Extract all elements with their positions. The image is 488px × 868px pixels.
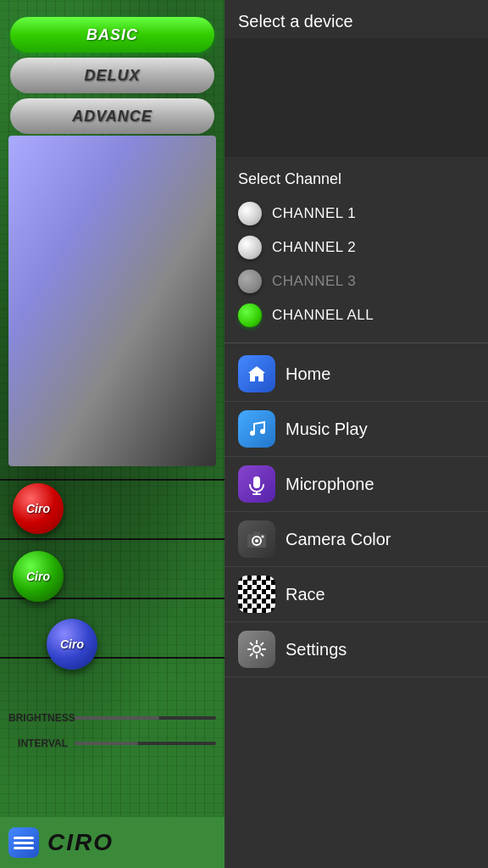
menu-item-microphone[interactable]: Microphone <box>225 457 488 512</box>
menu-item-camera-color[interactable]: Camera Color <box>225 512 488 567</box>
basic-button[interactable]: BASIC <box>10 17 214 53</box>
channel-3-item[interactable]: CHANNEL 3 <box>238 264 474 298</box>
svg-point-10 <box>253 646 260 653</box>
ball-red-label: Ciro <box>26 502 50 515</box>
camera-icon <box>238 520 275 558</box>
channel-all-label: CHANNEL ALL <box>272 307 374 324</box>
menu-list: Home Music Play <box>225 347 488 868</box>
color-picker[interactable] <box>8 136 216 466</box>
channel-1-radio[interactable] <box>238 202 262 225</box>
brightness-label: BRIGHTNESS <box>8 712 68 724</box>
channel-all-item[interactable]: CHANNEL ALL <box>238 298 474 332</box>
channel-3-label: CHANNEL 3 <box>272 273 356 290</box>
menu-label-microphone: Microphone <box>286 475 374 494</box>
channel-2-label: CHANNEL 2 <box>272 239 356 256</box>
music-icon <box>238 410 275 448</box>
ball-green[interactable]: Ciro <box>13 551 64 602</box>
menu-label-music-play: Music Play <box>286 420 368 439</box>
svg-point-7 <box>255 539 258 542</box>
right-panel: Select a device Select Channel CHANNEL 1… <box>225 0 488 868</box>
race-icon <box>238 576 275 613</box>
brightness-slider-fill <box>75 716 159 720</box>
channel-2-item[interactable]: CHANNEL 2 <box>238 231 474 264</box>
menu-label-settings: Settings <box>286 640 347 659</box>
menu-label-home: Home <box>286 364 330 384</box>
h-divider-1 <box>0 479 225 481</box>
svg-point-0 <box>250 431 255 436</box>
svg-rect-2 <box>253 476 260 488</box>
ball-blue-label: Ciro <box>60 637 84 651</box>
select-channel-section: Select Channel CHANNEL 1 CHANNEL 2 CHANN… <box>225 160 488 339</box>
svg-point-1 <box>260 429 265 434</box>
bottom-bar: CIRO <box>0 817 225 868</box>
menu-divider <box>225 342 488 343</box>
sliders-section: BRIGHTNESS INTERVAL <box>8 712 216 763</box>
channel-all-radio[interactable] <box>238 303 262 327</box>
menu-label-camera-color: Camera Color <box>286 530 391 549</box>
menu-item-music-play[interactable]: Music Play <box>225 402 488 457</box>
menu-item-settings[interactable]: Settings <box>225 622 488 677</box>
ciro-logo: CIRO <box>47 829 114 856</box>
advanced-button[interactable]: ADVANCE <box>10 98 214 134</box>
settings-icon <box>238 631 275 668</box>
list-line-2 <box>14 842 34 844</box>
ball-green-label: Ciro <box>26 570 50 583</box>
menu-item-home[interactable]: Home <box>225 347 488 402</box>
channel-1-label: CHANNEL 1 <box>272 205 356 222</box>
list-line-1 <box>14 837 34 839</box>
home-icon <box>238 355 275 392</box>
brightness-slider-track[interactable] <box>75 716 216 720</box>
channel-1-item[interactable]: CHANNEL 1 <box>238 197 474 231</box>
deluxe-button[interactable]: DELUX <box>10 58 214 93</box>
channel-2-radio[interactable] <box>238 236 262 259</box>
device-header: Select a device <box>225 0 488 38</box>
balls-section: Ciro Ciro Ciro <box>13 483 97 670</box>
list-line-3 <box>14 847 34 849</box>
ball-blue[interactable]: Ciro <box>47 619 97 670</box>
svg-point-9 <box>262 536 264 538</box>
list-icon-button[interactable] <box>8 827 39 858</box>
device-dropdown-area[interactable] <box>225 38 488 157</box>
interval-label: INTERVAL <box>8 737 68 749</box>
microphone-icon <box>238 465 275 503</box>
menu-item-race[interactable]: Race <box>225 567 488 622</box>
select-channel-title: Select Channel <box>238 170 474 188</box>
channel-3-radio[interactable] <box>238 270 262 293</box>
ball-red[interactable]: Ciro <box>13 483 64 534</box>
menu-label-race: Race <box>286 585 325 604</box>
interval-slider-track[interactable] <box>75 742 216 745</box>
interval-slider-fill <box>75 742 138 745</box>
svg-rect-8 <box>253 531 260 535</box>
